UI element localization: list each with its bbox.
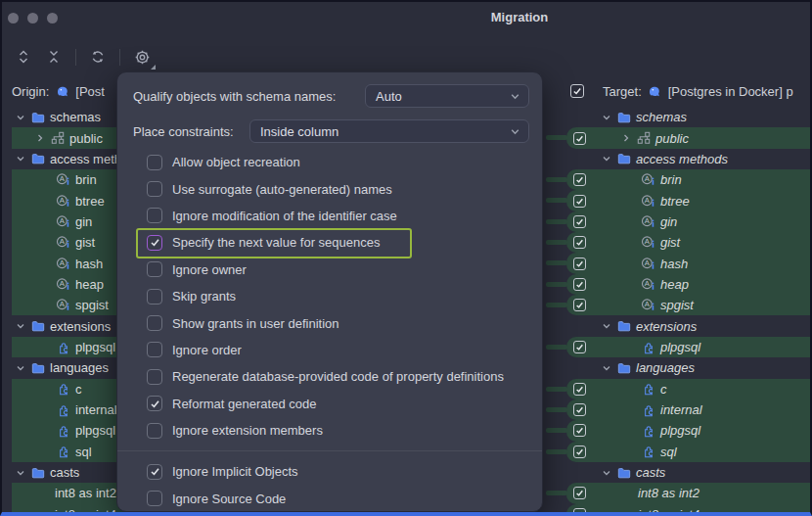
option-ignore-source-code[interactable]: Ignore Source Code bbox=[133, 486, 526, 512]
place-constraints-select[interactable]: Inside column bbox=[249, 119, 529, 143]
target-item-checkbox[interactable] bbox=[573, 215, 586, 228]
option-label: Ignore modification of the identifier ca… bbox=[172, 209, 397, 223]
folder-icon bbox=[30, 360, 45, 375]
target-tree-item-internal[interactable]: internal bbox=[593, 399, 810, 420]
target-item-checkbox[interactable] bbox=[573, 278, 586, 291]
svg-text:A: A bbox=[645, 279, 651, 288]
svg-text:A: A bbox=[645, 216, 651, 225]
checkbox-unchecked[interactable] bbox=[147, 208, 162, 223]
option-use-surrogate-auto-generated-names[interactable]: Use surrogate (auto-generated) names bbox=[133, 175, 526, 202]
checkbox-unchecked[interactable] bbox=[147, 423, 162, 439]
tree-item-label: int8 as int2 bbox=[638, 483, 699, 503]
option-ignore-order[interactable]: Ignore order bbox=[133, 337, 526, 363]
checkbox-unchecked[interactable] bbox=[147, 181, 162, 197]
target-tree-item-int8-as-int4[interactable]: int8 as int4 bbox=[593, 504, 810, 516]
option-regenerate-database-provided-code-of-property-definitions[interactable]: Regenerate database-provided code of pro… bbox=[133, 363, 526, 390]
target-item-checkbox[interactable] bbox=[573, 487, 586, 499]
checkbox-checked[interactable] bbox=[147, 464, 162, 480]
target-item-checkbox[interactable] bbox=[573, 132, 586, 145]
target-tree-item-spgist[interactable]: Aspgist bbox=[593, 295, 810, 315]
expand-all-icon[interactable] bbox=[15, 48, 32, 66]
checkbox-unchecked[interactable] bbox=[147, 289, 162, 305]
target-item-checkbox[interactable] bbox=[573, 195, 586, 208]
qualify-objects-select[interactable]: Auto bbox=[365, 84, 529, 108]
target-tree-item-sql[interactable]: sql bbox=[593, 442, 810, 462]
close-button[interactable] bbox=[8, 13, 19, 23]
checkbox-unchecked[interactable] bbox=[147, 369, 162, 385]
target-item-checkbox[interactable] bbox=[573, 299, 586, 311]
target-tree-item-int8-as-int2[interactable]: int8 as int2 bbox=[593, 483, 810, 503]
option-skip-grants[interactable]: Skip grants bbox=[133, 283, 526, 309]
target-tree-item-c[interactable]: c bbox=[593, 379, 810, 399]
minimize-button[interactable] bbox=[27, 13, 38, 23]
diff-connector bbox=[546, 260, 567, 265]
option-allow-object-recreation[interactable]: Allow object recreation bbox=[133, 149, 526, 175]
access-method-icon: A bbox=[641, 257, 655, 271]
option-specify-the-next-value-for-sequences[interactable]: Specify the next value for sequences bbox=[133, 229, 526, 256]
target-tree-item-schemas[interactable]: schemas bbox=[593, 107, 810, 127]
option-reformat-generated-code[interactable]: Reformat generated code bbox=[133, 391, 526, 417]
option-ignore-extension-members[interactable]: Ignore extension members bbox=[133, 417, 526, 444]
target-select-all-checkbox[interactable] bbox=[570, 84, 584, 98]
plugin-icon bbox=[641, 382, 655, 397]
checkbox-unchecked[interactable] bbox=[147, 491, 162, 506]
plugin-icon bbox=[641, 445, 655, 459]
zoom-button[interactable] bbox=[47, 13, 58, 23]
target-item-checkbox[interactable] bbox=[573, 424, 586, 437]
target-item-checkbox[interactable] bbox=[573, 258, 586, 270]
target-tree-item-plpgsql[interactable]: plpgsql bbox=[593, 420, 810, 441]
tree-item-label: languages bbox=[636, 357, 695, 378]
target-tree-item-gist[interactable]: Agist bbox=[593, 232, 810, 253]
chevron-right-icon[interactable] bbox=[34, 133, 45, 144]
target-tree-item-hash[interactable]: Ahash bbox=[593, 253, 810, 273]
chevron-down-icon[interactable] bbox=[601, 467, 611, 478]
target-item-checkbox[interactable] bbox=[573, 173, 586, 186]
chevron-down-icon[interactable] bbox=[601, 362, 611, 373]
target-item-checkbox[interactable] bbox=[573, 446, 586, 458]
target-checkbox-tab bbox=[566, 379, 593, 399]
toolbar-separator bbox=[119, 49, 120, 66]
chevron-down-icon[interactable] bbox=[15, 467, 25, 478]
option-ignore-owner[interactable]: Ignore owner bbox=[133, 257, 526, 283]
checkbox-unchecked[interactable] bbox=[147, 342, 162, 357]
target-tree-item-public[interactable]: public bbox=[593, 127, 810, 148]
checkbox-unchecked[interactable] bbox=[147, 315, 162, 331]
chevron-down-icon[interactable] bbox=[15, 112, 25, 122]
sync-icon[interactable] bbox=[89, 48, 107, 66]
chevron-down-icon[interactable] bbox=[15, 154, 25, 164]
checkbox-unchecked[interactable] bbox=[147, 155, 162, 170]
chevron-down-icon[interactable] bbox=[15, 362, 25, 373]
checkbox-checked[interactable] bbox=[147, 235, 162, 251]
target-tree-item-casts[interactable]: casts bbox=[593, 462, 810, 483]
tree-item-label: sql bbox=[75, 442, 92, 462]
collapse-all-icon[interactable] bbox=[45, 48, 63, 66]
tree-item-label: internal bbox=[660, 399, 702, 420]
chevron-down-icon[interactable] bbox=[601, 112, 611, 122]
target-tree-item-brin[interactable]: Abrin bbox=[593, 169, 810, 190]
target-item-checkbox[interactable] bbox=[573, 508, 586, 516]
option-show-grants-in-user-definition[interactable]: Show grants in user definition bbox=[133, 309, 526, 336]
settings-gear-icon[interactable] bbox=[133, 48, 151, 66]
menu-indicator-arrow bbox=[151, 65, 156, 70]
target-tree-item-access-methods[interactable]: access methods bbox=[593, 149, 810, 169]
target-header: Target: [Postgres in Docker] p bbox=[570, 82, 793, 100]
target-tree-item-languages[interactable]: languages bbox=[593, 357, 810, 378]
target-tree-item-heap[interactable]: Aheap bbox=[593, 274, 810, 295]
target-tree-item-btree[interactable]: Abtree bbox=[593, 190, 810, 211]
chevron-down-icon[interactable] bbox=[15, 321, 25, 332]
target-item-checkbox[interactable] bbox=[573, 341, 586, 353]
target-tree-item-extensions[interactable]: extensions bbox=[593, 316, 810, 337]
target-tree-item-gin[interactable]: Agin bbox=[593, 211, 810, 232]
chevron-right-icon[interactable] bbox=[620, 133, 631, 144]
checkbox-checked[interactable] bbox=[147, 396, 162, 411]
chevron-down-icon[interactable] bbox=[601, 154, 611, 164]
target-item-checkbox[interactable] bbox=[573, 236, 586, 249]
target-item-checkbox[interactable] bbox=[573, 403, 586, 416]
option-ignore-implicit-objects[interactable]: Ignore Implicit Objects bbox=[133, 458, 526, 485]
tree-item-label: schemas bbox=[636, 107, 687, 127]
chevron-down-icon[interactable] bbox=[601, 321, 611, 332]
option-ignore-modification-of-the-identifier-case[interactable]: Ignore modification of the identifier ca… bbox=[133, 203, 526, 229]
target-tree-item-plpgsql[interactable]: plpgsql bbox=[593, 337, 810, 357]
target-item-checkbox[interactable] bbox=[573, 383, 586, 396]
checkbox-unchecked[interactable] bbox=[147, 261, 162, 277]
